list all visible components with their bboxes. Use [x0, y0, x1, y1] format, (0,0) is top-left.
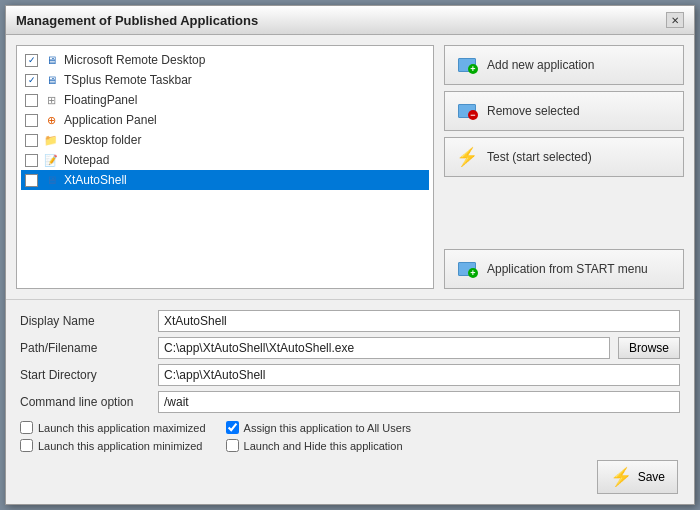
hide-label: Launch and Hide this application [244, 440, 403, 452]
maximized-checkbox-item[interactable]: Launch this application maximized [20, 421, 206, 434]
hide-checkbox[interactable] [226, 439, 239, 452]
start-menu-icon: + [455, 257, 479, 281]
list-item[interactable]: ✓ 🖥 Microsoft Remote Desktop [21, 50, 429, 70]
all-users-checkbox-item[interactable]: Assign this application to All Users [226, 421, 412, 434]
maximized-label: Launch this application maximized [38, 422, 206, 434]
path-label: Path/Filename [20, 341, 150, 355]
test-icon-graphic: ⚡ [456, 146, 478, 168]
checkbox-microsoft-remote-desktop[interactable]: ✓ [25, 54, 38, 67]
app-label: Microsoft Remote Desktop [64, 53, 205, 67]
list-item[interactable]: 📝 Notepad [21, 150, 429, 170]
monitor-icon: 🖥 [43, 52, 59, 68]
checkbox-floating[interactable] [25, 94, 38, 107]
checkbox-tsplus[interactable]: ✓ [25, 74, 38, 87]
cmd-input[interactable] [158, 391, 680, 413]
content-area: ✓ 🖥 Microsoft Remote Desktop ✓ 🖥 TSplus … [6, 35, 694, 299]
list-item[interactable]: ⊕ Application Panel [21, 110, 429, 130]
checkbox-xtautoshell[interactable] [25, 174, 38, 187]
save-icon-glyph: ⚡ [610, 466, 632, 488]
save-icon: ⚡ [610, 466, 632, 488]
remove-button[interactable]: − Remove selected [444, 91, 684, 131]
app-label: Notepad [64, 153, 109, 167]
path-row: Path/Filename Browse [20, 337, 680, 359]
form-area: Display Name Path/Filename Browse Start … [6, 299, 694, 504]
save-button[interactable]: ⚡ Save [597, 460, 678, 494]
minimized-checkbox-item[interactable]: Launch this application minimized [20, 439, 206, 452]
notepad-icon: 📝 [43, 152, 59, 168]
lightning-icon: ⚡ [456, 147, 478, 167]
add-icon: + [455, 53, 479, 77]
add-icon-graphic: + [458, 58, 476, 72]
start-menu-icon-graphic: + [458, 262, 476, 276]
bottom-row: ⚡ Save [20, 460, 680, 494]
checkbox-group-right: Assign this application to All Users Lau… [226, 421, 412, 452]
test-label: Test (start selected) [487, 150, 592, 164]
list-item[interactable]: 🖥 XtAutoShell [21, 170, 429, 190]
remove-icon-graphic: − [458, 104, 476, 118]
app-label: Desktop folder [64, 133, 141, 147]
minus-badge: − [468, 110, 478, 120]
path-input[interactable] [158, 337, 610, 359]
close-button[interactable]: ✕ [666, 12, 684, 28]
app-label: Application Panel [64, 113, 157, 127]
plus-badge: + [468, 64, 478, 74]
maximized-checkbox[interactable] [20, 421, 33, 434]
remove-label: Remove selected [487, 104, 580, 118]
title-bar: Management of Published Applications ✕ [6, 6, 694, 35]
test-button[interactable]: ⚡ Test (start selected) [444, 137, 684, 177]
start-menu-label: Application from START menu [487, 262, 648, 276]
minimized-checkbox[interactable] [20, 439, 33, 452]
test-icon: ⚡ [455, 145, 479, 169]
display-name-label: Display Name [20, 314, 150, 328]
start-menu-button[interactable]: + Application from START menu [444, 249, 684, 289]
app-label: TSplus Remote Taskbar [64, 73, 192, 87]
all-users-checkbox[interactable] [226, 421, 239, 434]
remove-icon: − [455, 99, 479, 123]
checkbox-row: Launch this application maximized Launch… [20, 421, 680, 452]
start-dir-row: Start Directory [20, 364, 680, 386]
list-item[interactable]: ⊞ FloatingPanel [21, 90, 429, 110]
display-name-input[interactable] [158, 310, 680, 332]
window-title: Management of Published Applications [16, 13, 258, 28]
add-new-label: Add new application [487, 58, 594, 72]
list-item[interactable]: 📁 Desktop folder [21, 130, 429, 150]
folder-icon: 📁 [43, 132, 59, 148]
checkbox-group-left: Launch this application maximized Launch… [20, 421, 206, 452]
save-label: Save [638, 470, 665, 484]
floating-icon: ⊞ [43, 92, 59, 108]
checkbox-notepad[interactable] [25, 154, 38, 167]
display-name-row: Display Name [20, 310, 680, 332]
all-users-label: Assign this application to All Users [244, 422, 412, 434]
cmd-row: Command line option [20, 391, 680, 413]
plus-badge-sm: + [468, 268, 478, 278]
browse-button[interactable]: Browse [618, 337, 680, 359]
add-new-button[interactable]: + Add new application [444, 45, 684, 85]
start-dir-label: Start Directory [20, 368, 150, 382]
minimized-label: Launch this application minimized [38, 440, 202, 452]
cmd-label: Command line option [20, 395, 150, 409]
panel-icon: ⊕ [43, 112, 59, 128]
window-controls: ✕ [666, 12, 684, 28]
taskbar-icon: 🖥 [43, 72, 59, 88]
app-list-panel: ✓ 🖥 Microsoft Remote Desktop ✓ 🖥 TSplus … [16, 45, 434, 289]
spacer [444, 183, 684, 243]
app-label: FloatingPanel [64, 93, 137, 107]
checkbox-desktop[interactable] [25, 134, 38, 147]
checkbox-apppanel[interactable] [25, 114, 38, 127]
action-panel: + Add new application − Remove selected [444, 45, 684, 289]
shell-icon: 🖥 [43, 172, 59, 188]
list-item[interactable]: ✓ 🖥 TSplus Remote Taskbar [21, 70, 429, 90]
app-label: XtAutoShell [64, 173, 127, 187]
start-dir-input[interactable] [158, 364, 680, 386]
hide-checkbox-item[interactable]: Launch and Hide this application [226, 439, 412, 452]
